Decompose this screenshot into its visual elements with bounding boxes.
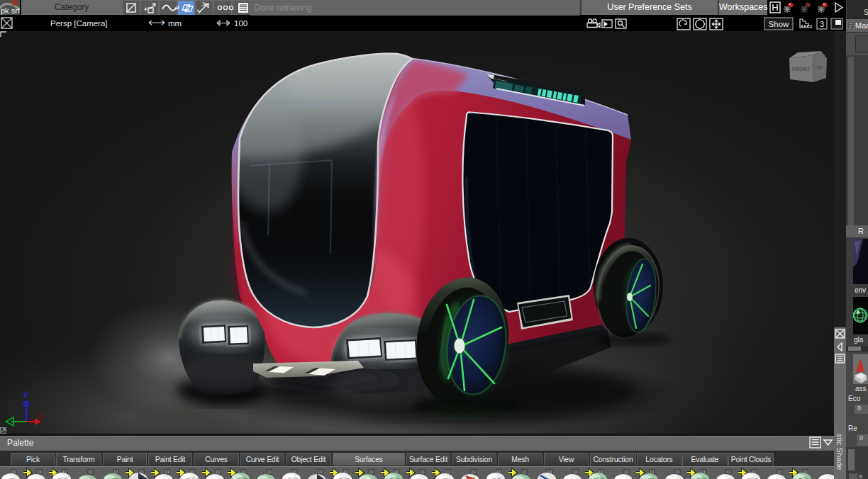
svg-text:y: y [23,390,28,398]
svg-text:3: 3 [820,20,824,28]
svg-text:FRONT: FRONT [792,66,811,72]
svg-text:100: 100 [234,19,247,28]
svg-text:x: x [40,411,45,419]
svg-text:Persp [Camera]: Persp [Camera] [50,19,108,28]
svg-text:UP: UP [816,65,823,70]
svg-text:Show: Show [769,20,789,28]
svg-text:mm: mm [168,19,182,28]
